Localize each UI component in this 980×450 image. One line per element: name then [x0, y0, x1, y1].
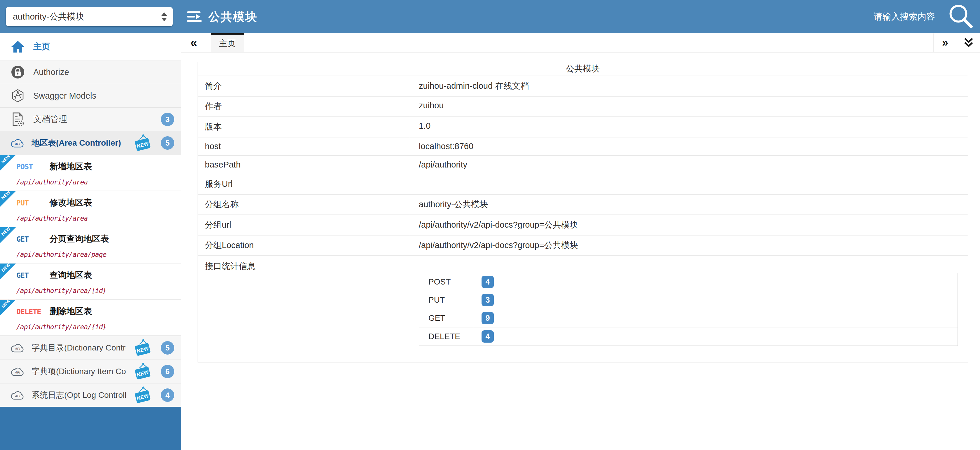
sidebar-item-label: Swagger Models: [33, 91, 96, 101]
api-cloud-icon: API: [11, 138, 24, 148]
row-label: 分组名称: [198, 195, 410, 215]
sidebar-filler: [0, 407, 181, 450]
sidebar-item-authorize[interactable]: Authorize: [0, 60, 181, 84]
row-value: POST 4 PUT 3: [410, 256, 968, 362]
row-value: localhost:8760: [410, 137, 968, 155]
api-cloud-icon: API: [11, 343, 24, 353]
new-ribbon-icon: NEW: [0, 300, 16, 316]
stats-count-badge: 3: [482, 294, 494, 306]
table-row: 分组名称 authority-公共模块: [198, 195, 968, 215]
row-label: host: [198, 137, 410, 155]
search-icon[interactable]: [948, 3, 975, 30]
svg-text:API: API: [14, 347, 20, 350]
row-label: 分组Location: [198, 235, 410, 255]
row-label: 接口统计信息: [198, 256, 410, 362]
endpoint-path: /api/authority/area/{id}: [16, 323, 178, 331]
sidebar-controller-dictionary[interactable]: API 字典目录(Dictionary Controller) NEW 5: [0, 336, 181, 359]
table-row: 服务Url: [198, 174, 968, 195]
app-title: 公共模块: [208, 9, 258, 25]
app-brand: 公共模块: [186, 9, 258, 25]
app: authority-公共模块 公共模块 请输入搜索内容: [0, 0, 980, 450]
sidebar-controller-opt-log[interactable]: API 系统日志(Opt Log Controller) NEW 4: [0, 383, 181, 407]
stats-count-cell: 4: [474, 273, 494, 291]
method-label: PUT: [16, 199, 49, 207]
count-badge: 4: [161, 388, 174, 402]
stats-row: GET 9: [419, 309, 958, 328]
table-row: 版本 1.0: [198, 117, 968, 137]
collapse-right-button[interactable]: »: [933, 33, 957, 52]
svg-text:API: API: [14, 142, 21, 146]
tab-home[interactable]: 主页: [211, 33, 244, 52]
app-header: authority-公共模块 公共模块 请输入搜索内容: [0, 0, 980, 33]
sidebar-controller-area[interactable]: API 地区表(Area Controller) NEW 5: [0, 131, 181, 155]
sidebar-item-label: 文档管理: [33, 113, 67, 125]
new-tag-icon: NEW: [133, 363, 152, 380]
new-ribbon-icon: NEW: [0, 264, 16, 280]
new-ribbon-icon: NEW: [0, 227, 16, 244]
doc-table-title: 公共模块: [198, 62, 968, 76]
method-label: GET: [16, 235, 49, 243]
endpoint-item[interactable]: NEW GET 分页查询地区表 /api/authority/area/page: [0, 227, 181, 264]
collapse-left-button[interactable]: «: [181, 33, 207, 52]
stats-method: POST: [419, 273, 474, 291]
group-select[interactable]: authority-公共模块: [6, 7, 173, 26]
endpoint-item[interactable]: NEW POST 新增地区表 /api/authority/area: [0, 155, 181, 191]
count-badge: 5: [161, 341, 174, 355]
row-value: authority-公共模块: [410, 195, 968, 215]
svg-text:API: API: [14, 370, 20, 374]
row-label: basePath: [198, 156, 410, 173]
row-label: 作者: [198, 97, 410, 116]
table-row: 简介 zuihou-admin-cloud 在线文档: [198, 76, 968, 97]
row-value: zuihou-admin-cloud 在线文档: [410, 76, 968, 96]
table-row-stats: 接口统计信息 POST 4 PUT: [198, 256, 968, 362]
controller-label: 字典项(Dictionary Item Controller): [32, 366, 126, 377]
table-row: host localhost:8760: [198, 137, 968, 156]
select-spinner-icon: [161, 12, 167, 21]
sidebar-item-doc-manage[interactable]: 文档管理 3: [0, 107, 181, 131]
endpoint-name: 分页查询地区表: [49, 233, 109, 245]
count-badge: 5: [161, 136, 174, 150]
controller-label: 系统日志(Opt Log Controller): [32, 390, 126, 401]
endpoint-name: 查询地区表: [49, 269, 92, 281]
lock-icon: [11, 65, 25, 79]
stats-method: GET: [419, 309, 474, 327]
stats-count-cell: 3: [474, 291, 494, 309]
stats-row: DELETE 4: [419, 328, 958, 345]
endpoint-name: 新增地区表: [49, 161, 92, 172]
endpoint-name: 删除地区表: [49, 305, 92, 317]
document-gear-icon: [11, 112, 25, 127]
stats-method: PUT: [419, 291, 474, 309]
count-badge: 3: [161, 113, 174, 126]
sidebar-item-home[interactable]: 主页: [0, 33, 181, 60]
count-badge: 6: [161, 365, 174, 378]
row-value: /api/authority/v2/api-docs?group=公共模块: [410, 215, 968, 235]
stats-table: POST 4 PUT 3: [419, 273, 958, 346]
app-logo-icon: [186, 10, 202, 24]
row-value: 1.0: [410, 117, 968, 137]
collapse-all-button[interactable]: [957, 33, 980, 52]
hexagon-models-icon: [11, 89, 25, 103]
endpoint-path: /api/authority/area: [16, 215, 178, 222]
search-input[interactable]: 请输入搜索内容: [874, 11, 935, 23]
sidebar-item-label: 主页: [33, 41, 50, 52]
new-ribbon-icon: NEW: [0, 191, 16, 207]
new-tag-icon: NEW: [133, 339, 152, 357]
endpoint-item[interactable]: NEW PUT 修改地区表 /api/authority/area: [0, 191, 181, 227]
row-label: 服务Url: [198, 174, 410, 194]
new-ribbon-icon: NEW: [0, 155, 16, 171]
endpoint-path: /api/authority/area/{id}: [16, 287, 178, 294]
controller-label: 地区表(Area Controller): [32, 137, 126, 148]
stats-count-badge: 4: [482, 330, 494, 343]
api-cloud-icon: API: [11, 367, 24, 377]
endpoint-item[interactable]: NEW DELETE 删除地区表 /api/authority/area/{id…: [0, 300, 181, 336]
content-area: 公共模块 简介 zuihou-admin-cloud 在线文档 作者 zuiho…: [181, 52, 980, 450]
table-row: 作者 zuihou: [198, 97, 968, 117]
sidebar-item-swagger-models[interactable]: Swagger Models: [0, 84, 181, 107]
row-label: 版本: [198, 117, 410, 137]
endpoint-item[interactable]: NEW GET 查询地区表 /api/authority/area/{id}: [0, 264, 181, 300]
stats-method: DELETE: [419, 328, 474, 345]
home-icon: [11, 41, 25, 53]
sidebar-controller-dictionary-item[interactable]: API 字典项(Dictionary Item Controller) NEW …: [0, 359, 181, 383]
row-value: /api/authority/v2/api-docs?group=公共模块: [410, 235, 968, 255]
new-tag-icon: NEW: [133, 134, 152, 152]
